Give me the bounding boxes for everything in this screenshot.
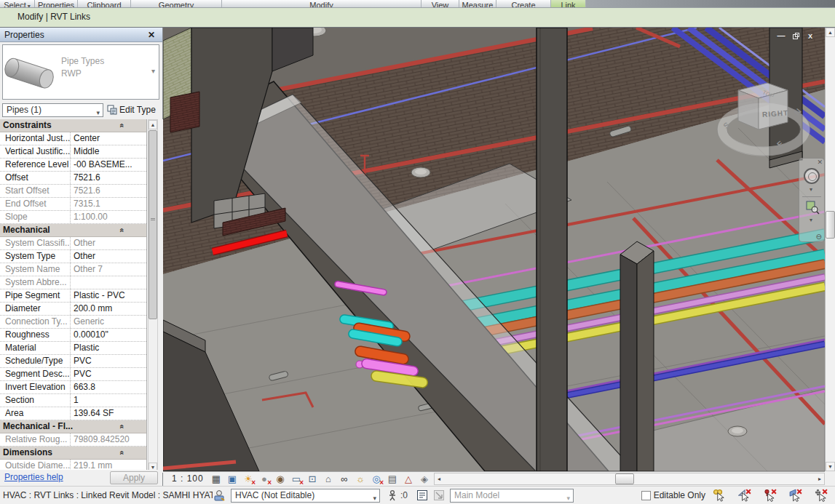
- vertical-scrollbar[interactable]: ▲ ▼: [825, 28, 835, 471]
- property-value[interactable]: 663.8: [71, 381, 146, 393]
- scroll-up-icon[interactable]: ▲: [826, 28, 835, 37]
- active-workset-selector[interactable]: HVAC (Not Editable) ▾: [231, 489, 380, 503]
- editable-only-checkbox[interactable]: [641, 491, 651, 500]
- ribbon-panel-create[interactable]: Create: [496, 0, 551, 8]
- show-rendering-dialog-icon[interactable]: ◉: [272, 472, 288, 486]
- visual-style-icon[interactable]: ▣: [224, 472, 240, 486]
- property-value[interactable]: Center: [71, 132, 146, 145]
- select-links-icon[interactable]: [713, 489, 726, 502]
- scroll-down-icon[interactable]: ▼: [826, 462, 835, 471]
- highlight-displacement-sets-icon[interactable]: ◈: [416, 472, 432, 486]
- horizontal-scrollbar[interactable]: ◂ ▸: [434, 473, 825, 485]
- ribbon-panel-geometry[interactable]: Geometry: [131, 0, 222, 8]
- zoom-region-icon[interactable]: [805, 200, 820, 215]
- minimize-icon[interactable]: —: [776, 31, 786, 41]
- shadows-icon[interactable]: ●×: [256, 472, 272, 486]
- navbar-close-icon[interactable]: ✕: [817, 159, 823, 166]
- drag-elements-on-selection-icon[interactable]: [815, 489, 828, 502]
- collapse-icon[interactable]: «: [116, 424, 128, 428]
- property-value[interactable]: 1: [71, 394, 146, 407]
- ribbon-panel-measure[interactable]: Measure: [459, 0, 496, 8]
- scrollbar-thumb[interactable]: [615, 473, 634, 484]
- collapse-icon[interactable]: «: [116, 450, 128, 455]
- chevron-down-icon[interactable]: ▾: [810, 217, 812, 223]
- crop-view-icon[interactable]: ▭×: [288, 472, 304, 486]
- close-icon[interactable]: ✕: [146, 28, 157, 42]
- ribbon-panel-view[interactable]: View: [422, 0, 459, 8]
- instance-selector[interactable]: Pipes (1) ▾: [2, 103, 103, 117]
- reveal-hidden-elements-icon[interactable]: ☼: [352, 472, 368, 486]
- 3d-view[interactable]: [163, 28, 825, 471]
- properties-palette-title[interactable]: Properties ✕: [0, 28, 162, 42]
- property-row: Roughness0.00010": [0, 329, 146, 342]
- navbar-collapse-icon[interactable]: ⊖: [816, 233, 822, 241]
- property-value[interactable]: 7521.6: [71, 185, 146, 197]
- worksets-icon[interactable]: [214, 489, 226, 502]
- section-header-mechanical-fl[interactable]: Mechanical - Fl...«: [0, 420, 146, 433]
- section-header-constraints[interactable]: Constraints«: [0, 119, 146, 132]
- unlocked-3d-view-icon[interactable]: ⌂: [320, 472, 336, 486]
- ribbon-panel-clipboard[interactable]: Clipboard: [78, 0, 131, 8]
- property-value[interactable]: 7315.1: [71, 198, 146, 210]
- property-value[interactable]: Other 7: [71, 263, 146, 276]
- sun-path-icon[interactable]: ☀×: [240, 472, 256, 486]
- drawing-area[interactable]: — x TOP RIGHT S E N: [163, 28, 835, 486]
- show-analytical-model-icon[interactable]: △: [400, 472, 416, 486]
- property-value[interactable]: Other: [71, 237, 146, 249]
- property-value[interactable]: Other: [71, 250, 146, 263]
- select-underlay-elements-icon[interactable]: [738, 489, 751, 502]
- selection-filter-icon[interactable]: [387, 489, 397, 501]
- scroll-right-icon[interactable]: ▸: [815, 473, 824, 484]
- ribbon-panel-properties[interactable]: Properties: [35, 0, 78, 8]
- temporary-hide-isolate-icon[interactable]: ∞: [336, 472, 352, 486]
- property-value[interactable]: -00 BASEME...: [71, 159, 146, 171]
- scroll-left-icon[interactable]: ◂: [435, 473, 443, 484]
- restore-icon[interactable]: [791, 31, 801, 41]
- chevron-down-icon[interactable]: ▾: [151, 67, 155, 75]
- apply-button[interactable]: Apply: [110, 471, 158, 484]
- ribbon-panel-select[interactable]: Select▾: [0, 0, 35, 8]
- select-pinned-elements-icon[interactable]: [764, 489, 777, 502]
- type-selector[interactable]: Pipe Types RWP ▾: [2, 44, 159, 100]
- collapse-icon[interactable]: «: [116, 123, 128, 127]
- scrollbar-thumb[interactable]: [826, 211, 835, 239]
- chevron-down-icon[interactable]: ▾: [810, 186, 812, 193]
- collapse-icon[interactable]: «: [116, 228, 128, 232]
- property-value[interactable]: Plastic - PVC: [71, 289, 146, 302]
- property-row: Invert Elevation663.8: [0, 381, 146, 394]
- scroll-up-icon[interactable]: ▲: [149, 120, 157, 129]
- properties-scrollbar[interactable]: ▲ ▼: [148, 119, 158, 473]
- steering-wheel-icon[interactable]: [804, 168, 820, 184]
- property-value[interactable]: Plastic: [71, 342, 146, 354]
- design-options-icon[interactable]: [416, 489, 429, 501]
- property-value[interactable]: 139.64 SF: [71, 407, 146, 420]
- view-scale-button[interactable]: 1 : 100: [172, 473, 205, 484]
- property-value[interactable]: 79809.842520: [71, 433, 146, 446]
- temporary-view-properties-icon[interactable]: ▤: [384, 472, 400, 486]
- properties-help-link[interactable]: Properties help: [4, 472, 63, 482]
- property-value[interactable]: Generic: [71, 316, 146, 328]
- property-value[interactable]: 1:100.00: [71, 211, 146, 223]
- property-label: Horizontal Just...: [0, 132, 71, 145]
- detail-level-icon[interactable]: ▦: [208, 472, 224, 486]
- property-value[interactable]: 0.00010": [71, 329, 146, 341]
- property-value[interactable]: 7521.6: [71, 172, 146, 184]
- worksharing-display-icon[interactable]: ◎×: [368, 472, 384, 486]
- exclude-options-icon[interactable]: [433, 489, 446, 501]
- property-value[interactable]: [71, 276, 146, 289]
- property-value[interactable]: PVC: [71, 368, 146, 380]
- property-value[interactable]: 200.0 mm: [71, 303, 146, 315]
- ceiling-drain[interactable]: [728, 426, 747, 436]
- design-option-selector[interactable]: Main Model ▾: [450, 489, 574, 503]
- section-header-mechanical[interactable]: Mechanical«: [0, 224, 146, 237]
- close-view-icon[interactable]: x: [805, 31, 815, 41]
- ribbon-panel-modify[interactable]: Modify: [222, 0, 422, 8]
- property-value[interactable]: Middle: [71, 145, 146, 158]
- select-elements-by-face-icon[interactable]: [789, 489, 802, 502]
- scrollbar-thumb[interactable]: [149, 130, 157, 319]
- section-header-dimensions[interactable]: Dimensions«: [0, 447, 146, 460]
- property-value[interactable]: PVC: [71, 355, 146, 367]
- show-crop-region-icon[interactable]: ⊡: [304, 472, 320, 486]
- edit-type-button[interactable]: Edit Type: [107, 103, 159, 117]
- ribbon-panel-link[interactable]: Link: [551, 0, 586, 8]
